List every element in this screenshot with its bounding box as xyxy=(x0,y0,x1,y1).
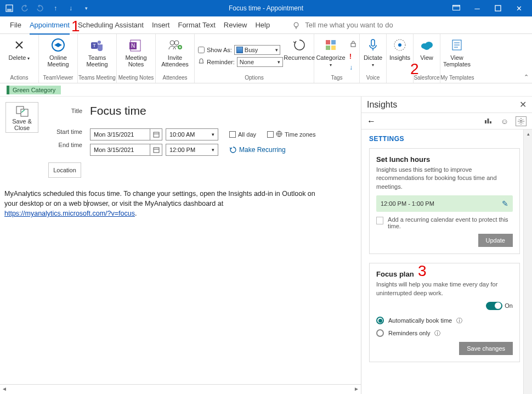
feedback-icon[interactable]: ☺ xyxy=(499,117,510,126)
tab-review[interactable]: Review xyxy=(224,16,247,34)
reminder-dropdown[interactable]: None ▾ xyxy=(237,57,283,67)
end-time-label: End time xyxy=(46,142,82,148)
all-day-checkbox[interactable]: All day xyxy=(229,131,256,138)
next-item-icon[interactable]: ↓ xyxy=(66,3,76,13)
group-salesforce: Salesforce xyxy=(414,75,440,83)
prev-item-icon[interactable]: ↑ xyxy=(50,3,60,13)
category-strip: Green Category xyxy=(0,83,532,97)
show-as-value: Busy xyxy=(245,47,258,53)
low-importance-icon[interactable]: ↓ xyxy=(349,64,357,71)
teams-meeting-button[interactable]: T Teams Meeting xyxy=(78,35,116,75)
categorize-button[interactable]: Categorize▾ xyxy=(314,35,347,75)
insights-button[interactable]: Insights xyxy=(387,35,413,75)
svg-point-5 xyxy=(294,22,298,27)
meeting-notes-button[interactable]: N Meeting Notes xyxy=(117,35,155,75)
location-button[interactable]: Location xyxy=(48,162,81,178)
svg-point-26 xyxy=(423,44,430,50)
undo-icon[interactable] xyxy=(20,3,30,13)
insights-pane-title: Insights xyxy=(367,100,397,110)
microphone-icon xyxy=(367,37,379,53)
globe-icon xyxy=(276,131,282,138)
appointment-body[interactable]: MyAnalytics scheduled this focus time. T… xyxy=(0,178,329,218)
scroll-up-icon[interactable]: ▴ xyxy=(524,130,532,138)
all-day-label: All day xyxy=(238,131,256,138)
settings-icon[interactable] xyxy=(516,116,527,126)
svg-rect-4 xyxy=(495,5,501,11)
tab-scheduling-assistant[interactable]: Scheduling Assistant xyxy=(78,16,144,34)
recurrence-button[interactable]: Recurrence xyxy=(286,35,313,75)
onenote-icon: N xyxy=(128,37,144,53)
close-pane-icon[interactable]: ✕ xyxy=(519,99,527,110)
scroll-right-icon[interactable]: ► xyxy=(352,386,361,392)
recurrence-icon xyxy=(292,37,307,53)
redo-icon[interactable] xyxy=(35,3,45,13)
salesforce-view-button[interactable]: View xyxy=(414,35,440,75)
group-actions: Actions xyxy=(0,75,38,83)
group-tags: Tags xyxy=(314,75,359,83)
show-as-checkbox[interactable] xyxy=(198,47,205,53)
horizontal-scrollbar[interactable]: ◄ ► xyxy=(0,384,361,393)
lunch-time-row[interactable]: 12:00 PM - 1:00 PM ✎ xyxy=(376,195,513,212)
time-zones-label: Time zones xyxy=(285,131,315,138)
templates-icon xyxy=(450,37,463,53)
end-time-field[interactable]: 12:00 PM ▾ xyxy=(166,144,218,156)
maximize-icon[interactable] xyxy=(493,3,503,13)
auto-book-radio[interactable] xyxy=(376,317,384,324)
invite-attendees-button[interactable]: Invite Attendees xyxy=(156,35,194,75)
ribbon-options-icon[interactable] xyxy=(451,3,461,13)
tab-format-text[interactable]: Format Text xyxy=(178,16,215,34)
qat-more-icon[interactable]: ▾ xyxy=(81,3,91,13)
reminder-label: Reminder: xyxy=(207,59,235,65)
high-importance-icon[interactable]: ! xyxy=(349,53,357,60)
svg-rect-18 xyxy=(326,46,330,50)
protect-lunch-checkbox[interactable] xyxy=(376,217,383,224)
delete-button[interactable]: Delete ▾ xyxy=(0,35,38,75)
scroll-left-icon[interactable]: ◄ xyxy=(0,386,9,392)
title-field[interactable]: Focus time xyxy=(90,104,315,117)
save-close-button[interactable]: Save & Close xyxy=(5,102,38,133)
end-time-value: 12:00 PM xyxy=(169,147,195,153)
body: Save & Close Title Start time End time F… xyxy=(0,97,532,393)
tab-file[interactable]: File xyxy=(10,16,21,34)
view-templates-button[interactable]: View Templates xyxy=(440,35,473,75)
svg-rect-20 xyxy=(351,43,355,47)
reminders-only-radio[interactable] xyxy=(376,329,384,337)
start-date-field[interactable]: Mon 3/15/2021 xyxy=(90,128,162,140)
save-icon[interactable] xyxy=(4,3,14,13)
private-icon[interactable] xyxy=(349,40,357,49)
minimize-icon[interactable]: ─ xyxy=(472,3,482,13)
tell-me-search[interactable]: Tell me what you want to do xyxy=(292,21,393,30)
info-icon[interactable]: ⓘ xyxy=(456,317,462,325)
info-icon[interactable]: ⓘ xyxy=(434,329,440,337)
myanalytics-link[interactable]: https://myanalytics.microsoft.com/?v=foc… xyxy=(4,210,135,217)
insights-pane: Insights ✕ ← ☺ ▴ SETTINGS Set lunch hour… xyxy=(361,97,532,394)
dashboard-icon[interactable] xyxy=(483,117,494,126)
focus-plan-toggle[interactable] xyxy=(486,302,502,310)
svg-line-48 xyxy=(519,122,519,123)
online-meeting-button[interactable]: Online Meeting xyxy=(39,35,77,75)
edit-icon[interactable]: ✎ xyxy=(502,199,508,208)
calendar-icon[interactable] xyxy=(150,129,162,140)
tab-insert[interactable]: Insert xyxy=(152,16,170,34)
collapse-ribbon-icon[interactable]: ⌃ xyxy=(524,74,529,81)
category-chip[interactable]: Green Category xyxy=(7,86,61,94)
start-time-field[interactable]: 10:00 AM ▾ xyxy=(166,128,218,140)
protect-lunch-label: Add a recurring calendar event to protec… xyxy=(388,216,513,229)
close-icon[interactable]: ✕ xyxy=(514,3,524,13)
update-button[interactable]: Update xyxy=(478,234,513,247)
dictate-button[interactable]: Dictate▾ xyxy=(360,35,386,75)
time-zones-checkbox[interactable]: Time zones xyxy=(267,131,315,138)
tab-appointment[interactable]: Appointment xyxy=(30,16,70,34)
save-changes-button[interactable]: Save changes xyxy=(459,342,513,355)
calendar-icon[interactable] xyxy=(150,144,162,155)
show-as-dropdown[interactable]: Busy ▾ xyxy=(234,45,280,55)
quick-access-toolbar: ↑ ↓ ▾ xyxy=(0,3,95,13)
back-icon[interactable]: ← xyxy=(367,116,376,126)
focus-plan-card: Focus plan Insights will help you make t… xyxy=(369,263,520,362)
group-options: Options xyxy=(195,75,314,83)
tab-help[interactable]: Help xyxy=(255,16,270,34)
make-recurring-link[interactable]: Make Recurring xyxy=(229,146,286,154)
end-date-field[interactable]: Mon 3/15/2021 xyxy=(90,144,162,156)
vertical-scrollbar[interactable]: ▴ xyxy=(523,130,532,394)
start-time-value: 10:00 AM xyxy=(169,131,195,138)
